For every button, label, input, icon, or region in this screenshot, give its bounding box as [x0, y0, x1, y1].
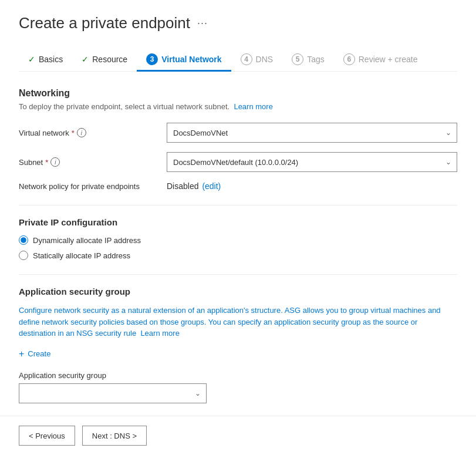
footer: < Previous Next : DNS >	[0, 416, 476, 455]
subnet-row: Subnet * i DocsDemoVNet/default (10.0.0.…	[19, 152, 457, 172]
networking-section: Networking To deploy the private endpoin…	[19, 88, 457, 191]
step-circle-vnet: 3	[146, 53, 158, 65]
networking-learn-more-link[interactable]: Learn more	[234, 102, 272, 111]
virtual-network-row: Virtual network * i DocsDemoVNet ⌄	[19, 123, 457, 143]
networking-desc-text: To deploy the private endpoint, select a…	[19, 102, 229, 111]
create-asg-label: Create	[28, 349, 50, 358]
asg-learn-more-link[interactable]: Learn more	[140, 329, 179, 338]
tab-virtual-network[interactable]: 3 Virtual Network	[137, 49, 231, 72]
page-container: Create a private endpoint ··· ✓ Basics ✓…	[0, 0, 476, 455]
radio-static-label: Statically allocate IP address	[33, 251, 130, 260]
asg-description: Configure network security as a natural …	[19, 305, 441, 339]
tab-tags[interactable]: 5 Tags	[282, 49, 334, 72]
subnet-select[interactable]: DocsDemoVNet/default (10.0.0.0/24)	[167, 152, 457, 172]
ellipsis-menu-button[interactable]: ···	[197, 17, 208, 29]
radio-static-input[interactable]	[19, 251, 28, 260]
tab-review-create-label: Review + create	[359, 55, 418, 64]
tab-virtual-network-label: Virtual Network	[161, 55, 221, 64]
network-policy-value: Disabled (edit)	[167, 181, 221, 191]
tab-dns[interactable]: 4 DNS	[231, 49, 283, 72]
network-policy-row: Network policy for private endpoints Dis…	[19, 181, 457, 191]
networking-title: Networking	[19, 88, 457, 99]
divider-1	[19, 205, 457, 205]
network-policy-edit-link[interactable]: (edit)	[202, 181, 221, 191]
subnet-label: Subnet * i	[19, 157, 160, 167]
info-icon-vnet[interactable]: i	[77, 128, 86, 137]
divider-2	[19, 274, 457, 275]
asg-select[interactable]	[19, 383, 207, 403]
asg-dropdown-wrapper: ⌄	[19, 383, 207, 403]
private-ip-radio-group: Dynamically allocate IP address Statical…	[19, 235, 457, 260]
wizard-tabs: ✓ Basics ✓ Resource 3 Virtual Network 4 …	[19, 49, 457, 72]
tab-resource[interactable]: ✓ Resource	[72, 50, 137, 70]
asg-dropdown-label: Application security group	[19, 371, 457, 380]
policy-disabled-text: Disabled	[167, 181, 198, 191]
tab-tags-label: Tags	[307, 55, 325, 64]
step-circle-review: 6	[343, 53, 355, 65]
main-content: Create a private endpoint ··· ✓ Basics ✓…	[0, 0, 476, 416]
required-star-subnet: *	[45, 158, 48, 167]
step-circle-tags: 5	[292, 53, 303, 65]
tab-resource-label: Resource	[92, 55, 127, 64]
subnet-dropdown-wrapper: DocsDemoVNet/default (10.0.0.0/24) ⌄	[167, 152, 457, 172]
step-circle-dns: 4	[241, 53, 252, 65]
page-header: Create a private endpoint ···	[19, 14, 457, 32]
networking-description: To deploy the private endpoint, select a…	[19, 102, 457, 111]
plus-icon: +	[19, 349, 24, 359]
radio-dynamic[interactable]: Dynamically allocate IP address	[19, 235, 457, 245]
tab-basics[interactable]: ✓ Basics	[19, 50, 72, 70]
network-policy-label: Network policy for private endpoints	[19, 182, 160, 191]
tab-basics-label: Basics	[39, 55, 63, 64]
next-dns-button[interactable]: Next : DNS >	[82, 426, 147, 446]
asg-title: Application security group	[19, 287, 457, 296]
page-title: Create a private endpoint	[19, 14, 190, 32]
previous-button[interactable]: < Previous	[19, 426, 75, 446]
virtual-network-dropdown-wrapper: DocsDemoVNet ⌄	[167, 123, 457, 143]
check-icon-resource: ✓	[82, 55, 89, 64]
virtual-network-label: Virtual network * i	[19, 128, 160, 137]
radio-dynamic-label: Dynamically allocate IP address	[33, 236, 141, 245]
private-ip-title: Private IP configuration	[19, 217, 457, 227]
asg-section: Application security group Configure net…	[19, 287, 457, 403]
radio-static[interactable]: Statically allocate IP address	[19, 251, 457, 260]
private-ip-section: Private IP configuration Dynamically all…	[19, 217, 457, 260]
radio-dynamic-input[interactable]	[19, 235, 28, 245]
asg-desc-text: Configure network security as a natural …	[19, 306, 441, 338]
create-asg-button[interactable]: + Create	[19, 349, 50, 359]
check-icon-basics: ✓	[28, 55, 35, 64]
required-star-vnet: *	[72, 129, 75, 137]
tab-review-create[interactable]: 6 Review + create	[334, 49, 427, 72]
virtual-network-select[interactable]: DocsDemoVNet	[167, 123, 457, 143]
info-icon-subnet[interactable]: i	[50, 157, 60, 167]
tab-dns-label: DNS	[256, 55, 274, 64]
